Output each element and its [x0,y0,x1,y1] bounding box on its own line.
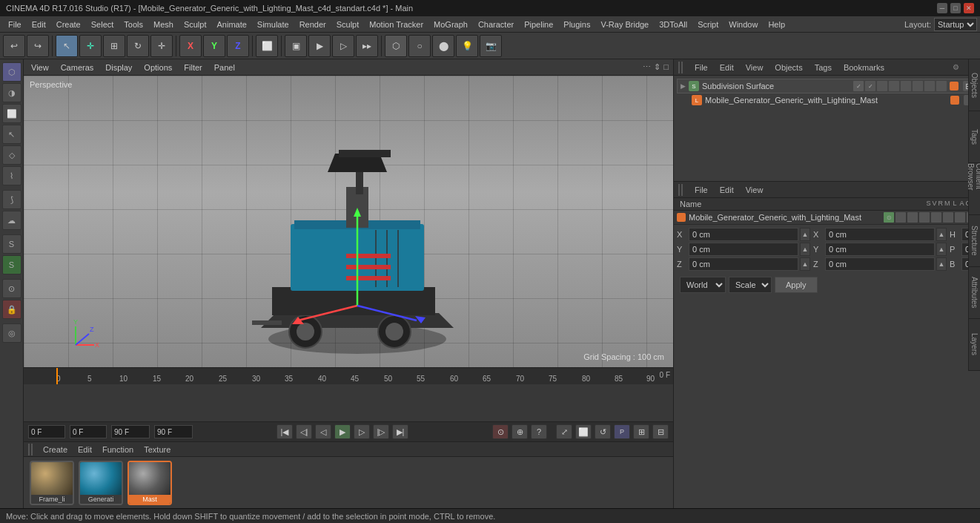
obj-icon-l[interactable] [901,81,911,91]
vp-menu-panel[interactable]: Panel [211,62,238,73]
motion-clip-button[interactable]: ? [531,424,547,439]
move-tool-button[interactable]: ✛ [79,35,102,57]
menu-tools[interactable]: Tools [119,19,148,30]
tool-spline[interactable]: ⌇ [2,166,21,185]
obj-icon-v[interactable]: ✓ [865,81,875,91]
light-button[interactable]: 💡 [456,35,478,57]
timeline-mode-button[interactable]: ⊟ [652,424,669,439]
obj-tb-file[interactable]: File [692,62,711,73]
grid-button[interactable]: ⊞ [633,424,649,439]
attr-icon-2[interactable] [895,212,906,223]
tool-bp[interactable]: ⊙ [2,279,21,298]
menu-3dtoall[interactable]: 3DToAll [654,19,692,30]
attr-row-mobile-gen[interactable]: Mobile_Generator_Generic_with_Lighting_M… [674,211,980,225]
mat-menu-texture[interactable]: Texture [141,444,173,455]
menu-file[interactable]: File [3,19,27,30]
material-swatch-frame[interactable]: Frame_li [30,461,74,505]
tool-sphere[interactable]: ◑ [2,83,21,102]
menu-pipeline[interactable]: Pipeline [519,19,558,30]
vp-menu-options[interactable]: Options [141,62,175,73]
end-frame-field[interactable] [111,425,150,438]
tool-nurbs[interactable]: ◇ [2,145,21,165]
tool-camera2[interactable]: S [2,234,21,254]
world-select[interactable]: World Object [680,277,726,293]
tool-select1[interactable]: ↖ [2,125,21,144]
obj-icon-g[interactable] [924,81,935,91]
next-frame-button[interactable]: ▷ [354,424,370,439]
vp-menu-filter[interactable]: Filter [181,62,205,73]
vp-menu-view[interactable]: View [28,62,52,73]
tool-paint[interactable]: ◎ [2,323,21,343]
coord-x-pos-field[interactable] [689,228,798,241]
coord-z-rot-up[interactable]: ▲ [936,257,947,271]
attr-tb-file[interactable]: File [692,184,711,196]
obj-icon-r[interactable] [877,81,887,91]
menu-edit[interactable]: Edit [27,19,51,30]
menu-help[interactable]: Help [763,19,790,30]
coord-y-rot-field[interactable] [825,243,935,256]
go-start-button[interactable]: |◀ [277,424,293,439]
tab-objects[interactable]: Objects [969,59,980,111]
undo-button[interactable]: ↩ [3,35,25,57]
menu-vray[interactable]: V-Ray Bridge [595,19,654,30]
go-end-button[interactable]: ▶| [392,424,408,439]
render-all-button[interactable]: ▸▸ [356,35,378,57]
current-frame-field[interactable] [70,425,107,438]
close-button[interactable]: ✕ [964,3,974,13]
material-swatch-mast[interactable]: Mast [128,461,172,505]
minimize-button[interactable]: ─ [937,3,947,13]
scene-object-3d[interactable] [231,150,469,358]
loop-button[interactable]: ↺ [595,424,611,439]
coord-z-rot-field[interactable] [825,257,935,271]
scale-select[interactable]: Scale [729,277,772,293]
obj-tb-view[interactable]: View [743,62,767,73]
redo-button[interactable]: ↪ [27,35,49,57]
vp-icon-square[interactable]: □ [663,62,669,72]
menu-sculpt[interactable]: Sculpt [179,19,212,30]
start-frame-field[interactable] [28,425,65,438]
attr-icon-4[interactable] [919,212,930,223]
attr-tb-edit[interactable]: Edit [717,184,737,196]
viewport-3d[interactable]: Perspective [24,76,673,367]
mat-menu-edit[interactable]: Edit [75,444,95,455]
attr-icon-7[interactable] [955,212,965,223]
apply-button[interactable]: Apply [775,277,818,293]
prev-frame-button[interactable]: ◁ [315,424,331,439]
obj-icon-s[interactable]: ✓ [853,81,864,91]
menu-script[interactable]: Script [692,19,724,30]
sphere-button[interactable]: ○ [408,35,431,57]
menu-sculpt2[interactable]: Sculpt [331,19,365,30]
obj-row-mobile-gen[interactable]: L Mobile_Generator_Generic_with_Lighting… [677,93,977,107]
obj-tb-objects[interactable]: Objects [772,62,805,73]
menu-render[interactable]: Render [294,19,331,30]
coord-z-pos-up[interactable]: ▲ [800,257,810,271]
coord-y-pos-field[interactable] [689,243,798,256]
material-swatch-generator[interactable]: Generati [79,461,123,505]
tab-structure[interactable]: Structure [969,215,980,267]
transform-tool-button[interactable]: ✛ [150,35,173,57]
obj-icon-a[interactable] [913,81,923,91]
vp-menu-cameras[interactable]: Cameras [58,62,97,73]
tool-scene[interactable]: ☁ [2,211,21,230]
select-tool-button[interactable]: ↖ [56,35,78,57]
menu-character[interactable]: Character [473,19,519,30]
next-key-button[interactable]: |▷ [373,424,389,439]
render-active-button[interactable]: ▷ [332,35,354,57]
maximize-button[interactable]: □ [950,3,961,13]
obj-row-subdivision[interactable]: ▶ S Subdivision Surface ✓ ✓ ⊟ [677,79,977,93]
scale-keys-button[interactable]: ⬜ [575,424,592,439]
obj-tb-edit[interactable]: Edit [717,62,737,73]
tool-plane[interactable]: ⬜ [2,104,21,123]
mat-menu-function[interactable]: Function [99,444,136,455]
timeline-track[interactable] [24,384,673,422]
cube-button[interactable]: ⬡ [385,35,407,57]
y-axis-button[interactable]: Y [203,35,225,57]
menu-select[interactable]: Select [86,19,119,30]
obj-tb-tags[interactable]: Tags [812,62,835,73]
coord-x-pos-up[interactable]: ▲ [800,228,810,241]
vp-icon-dots[interactable]: ⋯ [643,62,651,72]
auto-key-button[interactable]: ⊕ [511,424,528,439]
vp-icon-arrows[interactable]: ⇕ [654,62,660,72]
render-region-button[interactable]: ▣ [285,35,307,57]
coord-z-pos-field[interactable] [689,257,798,271]
